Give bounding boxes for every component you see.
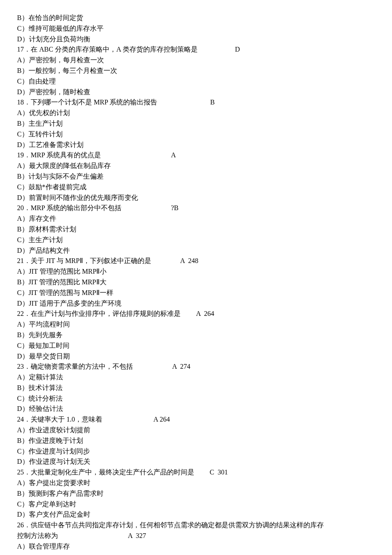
line-text: A）平均流程时间 — [17, 321, 70, 328]
text-line: C）统计分析法 — [17, 393, 375, 404]
line-text: D）工艺准备需求计划 — [17, 141, 84, 148]
gap — [194, 468, 210, 476]
answer: B — [210, 98, 215, 106]
line-text: 26．供应链中各节点共同指定库存计划，任何相邻节点需求的确定都是供需双方协调的结… — [17, 521, 324, 529]
text-line: B）原材料需求计划 — [17, 224, 375, 235]
text-line: B）预测到客户有产品需求时 — [17, 489, 375, 499]
line-text: B）JIT 管理的范围比 MRPⅡ大 — [17, 278, 107, 286]
line-text: C）统计分析法 — [17, 395, 63, 402]
text-line: A）联合管理库存 — [17, 541, 375, 552]
line-text: 19．MRP 系统具有的优点是 — [17, 151, 101, 159]
line-text: D）经验估计法 — [17, 405, 63, 412]
line-text: A）定额计算法 — [17, 373, 63, 381]
line-text: D）客户支付产品定金时 — [17, 511, 90, 518]
text-line: 17．在 ABC 分类的库存策略中，A 类存货的库存控制策略是 D — [17, 44, 375, 55]
text-line: A）定额计算法 — [17, 372, 375, 383]
text-line: A）优先权的计划 — [17, 108, 375, 119]
text-line: C）最短加工时间 — [17, 341, 375, 351]
gap — [151, 257, 180, 264]
text-line: A）客户提出定货要求时 — [17, 478, 375, 489]
text-line: A）最大限度的降低在制品库存 — [17, 161, 375, 171]
text-line: C）JIT 管理的范围与 MRPⅡ一样 — [17, 288, 375, 298]
text-line: A）严密控制，每月检查一次 — [17, 55, 375, 66]
text-line: C）主生产计划 — [17, 235, 375, 246]
text-line: 25．大批量定制化生产中，最终决定生产什么产品的时间是 C 301 — [17, 467, 375, 478]
line-text: 24．关键率大于 1.0，意味着 — [17, 416, 102, 423]
gap — [121, 204, 171, 211]
line-text: 18．下列哪一个计划不是 MRP 系统的输出报告 — [17, 98, 157, 106]
line-text: D）最早交货日期 — [17, 353, 70, 360]
line-text: B）计划与实际不会产生偏差 — [17, 173, 104, 180]
text-line: B）先到先服务 — [17, 330, 375, 341]
line-text: 25．大批量定制化生产中，最终决定生产什么产品的时间是 — [17, 468, 194, 476]
line-text: D）JIT 适用于产品多变的生产环境 — [17, 300, 121, 307]
gap — [198, 46, 235, 53]
line-text: 20．MRP 系统的输出部分中不包括 — [17, 204, 121, 211]
line-text: A）联合管理库存 — [17, 543, 70, 550]
answer: ?B — [171, 204, 179, 211]
text-line: C）作业进度与计划同步 — [17, 446, 375, 457]
line-text: A）库存文件 — [17, 215, 56, 222]
answer: A 327 — [128, 532, 146, 539]
text-line: B）在恰当的时间定货 — [17, 13, 375, 23]
line-text: 控制方法称为 — [17, 532, 58, 539]
text-line: C）维持可能最低的库存水平 — [17, 23, 375, 34]
line-text: 21．关于 JIT 与 MRPⅡ，下列叙述中正确的是 — [17, 257, 151, 264]
text-line: C）互转件计划 — [17, 129, 375, 140]
line-text: A）客户提出定货要求时 — [17, 479, 90, 486]
text-line: B）作业进度晚于计划 — [17, 436, 375, 446]
text-line: D）严密控制，随时检查 — [17, 87, 375, 98]
line-text: C）自由处理 — [17, 78, 56, 85]
line-text: C）鼓励*作者提前完成 — [17, 183, 86, 191]
answer: A 248 — [180, 257, 199, 264]
text-line: D）JIT 适用于产品多变的生产环境 — [17, 298, 375, 309]
text-line: B）主生产计划 — [17, 119, 375, 129]
text-line: A）库存文件 — [17, 214, 375, 224]
line-text: B）原材料需求计划 — [17, 225, 76, 233]
line-text: B）主生产计划 — [17, 120, 63, 127]
text-line: D）前置时间不随作业的优先顺序而变化 — [17, 193, 375, 203]
text-line: D）作业进度与计划无关 — [17, 457, 375, 467]
line-text: D）作业进度与计划无关 — [17, 458, 90, 465]
line-text: A）作业进度较计划提前 — [17, 426, 90, 434]
text-line: A）JIT 管理的范围比 MRPⅡ小 — [17, 266, 375, 277]
text-line: 24．关键率大于 1.0，意味着 A 264 — [17, 414, 375, 425]
line-text: D）前置时间不随作业的优先顺序而变化 — [17, 194, 138, 201]
line-text: B）一般控制，每三个月检查一次 — [17, 67, 117, 74]
line-text: B）作业进度晚于计划 — [17, 437, 83, 444]
line-text: D）产品结构文件 — [17, 247, 70, 254]
text-line: 26．供应链中各节点共同指定库存计划，任何相邻节点需求的确定都是供需双方协调的结… — [17, 520, 375, 531]
text-line: D）最早交货日期 — [17, 351, 375, 362]
answer: A — [171, 151, 176, 159]
text-line: A）作业进度较计划提前 — [17, 425, 375, 436]
gap — [102, 416, 153, 423]
text-line: B）技术计算法 — [17, 383, 375, 393]
text-line: D）产品结构文件 — [17, 246, 375, 256]
line-text: A）优先权的计划 — [17, 109, 70, 116]
text-line: C）自由处理 — [17, 76, 375, 87]
line-text: A）JIT 管理的范围比 MRPⅡ小 — [17, 268, 107, 275]
answer: A 274 — [172, 363, 190, 370]
gap — [133, 363, 172, 370]
text-line: 19．MRP 系统具有的优点是 A — [17, 150, 375, 161]
gap — [58, 532, 128, 539]
text-line: 23．确定物资需求量的方法中，不包括 A 274 — [17, 361, 375, 372]
line-text: C）JIT 管理的范围与 MRPⅡ一样 — [17, 289, 113, 296]
line-text: 17．在 ABC 分类的库存策略中，A 类存货的库存控制策略是 — [17, 46, 198, 53]
text-line: 控制方法称为 A 327 — [17, 531, 375, 541]
line-text: 22．在生产计划与作业排序中，评估排序规则的标准是 — [17, 310, 181, 317]
line-text: C）作业进度与计划同步 — [17, 448, 90, 455]
line-text: C）维持可能最低的库存水平 — [17, 25, 104, 32]
line-text: C）客户定单到达时 — [17, 500, 76, 508]
text-line: D）经验估计法 — [17, 404, 375, 414]
answer: A 264 — [153, 416, 170, 423]
line-text: D）严密控制，随时检查 — [17, 88, 90, 95]
text-line: B）一般控制，每三个月检查一次 — [17, 66, 375, 76]
line-text: 23．确定物资需求量的方法中，不包括 — [17, 363, 133, 370]
line-text: B）先到先服务 — [17, 331, 63, 338]
line-text: C）最短加工时间 — [17, 342, 69, 349]
text-line: 20．MRP 系统的输出部分中不包括 ?B — [17, 203, 375, 214]
text-line: D）客户支付产品定金时 — [17, 509, 375, 520]
text-line: B）JIT 管理的范围比 MRPⅡ大 — [17, 277, 375, 288]
line-text: C）主生产计划 — [17, 236, 63, 243]
